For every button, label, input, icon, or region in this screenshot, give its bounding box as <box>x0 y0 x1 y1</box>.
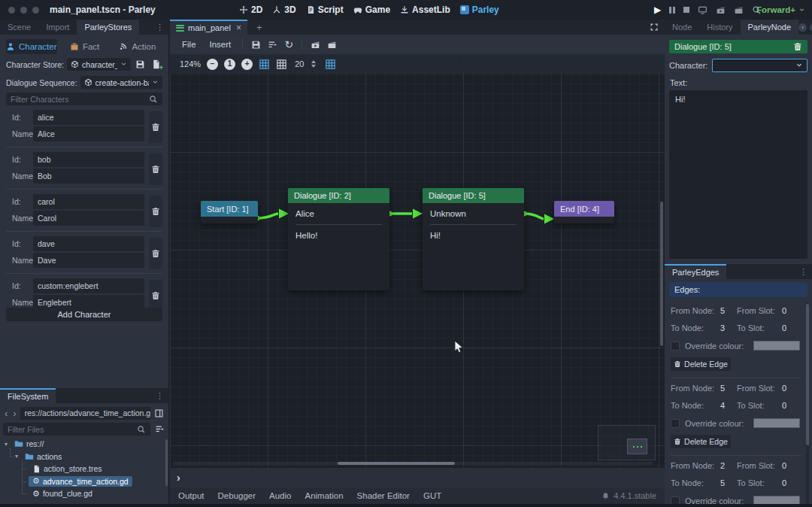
distraction-free-icon[interactable] <box>644 20 665 35</box>
tab-history[interactable]: History <box>699 20 740 35</box>
delete-character-button[interactable] <box>149 196 162 227</box>
to-slot-value[interactable]: 0 <box>782 401 801 410</box>
character-id-field[interactable] <box>33 278 144 293</box>
toggle-split-mode-icon[interactable] <box>153 407 165 420</box>
from-slot-value[interactable]: 0 <box>782 384 801 393</box>
expand-panel-icon[interactable]: › <box>177 472 180 484</box>
delete-edge-button[interactable]: Delete Edge <box>671 357 731 371</box>
dock-menu-icon[interactable]: ⋮ <box>795 264 812 279</box>
zoom-out-button[interactable]: − <box>207 59 218 70</box>
snap-distance-spinner[interactable] <box>311 60 316 68</box>
test-dialogue-icon[interactable] <box>308 37 323 52</box>
refresh-icon[interactable]: ↻ <box>281 37 296 52</box>
workspace-game[interactable]: Game <box>353 5 390 15</box>
bottom-tab-debugger[interactable]: Debugger <box>218 491 256 500</box>
store-tab-fact[interactable]: Fact <box>60 39 110 54</box>
character-id-field[interactable] <box>33 152 144 167</box>
bottom-tab-shader-editor[interactable]: Shader Editor <box>357 491 410 500</box>
snap-distance-value[interactable]: 20 <box>295 59 304 68</box>
store-tab-character[interactable]: Character <box>6 39 57 54</box>
tabs-back-icon[interactable]: ‹ <box>798 23 807 32</box>
character-id-field[interactable] <box>33 236 144 251</box>
delete-character-button[interactable] <box>149 111 162 143</box>
close-tab-icon[interactable]: × <box>236 23 241 33</box>
dock-menu-icon[interactable]: ⋮ <box>151 20 168 35</box>
to-node-value[interactable]: 4 <box>720 401 737 410</box>
bottom-tab-gut[interactable]: GUT <box>423 491 441 500</box>
filter-files-input[interactable] <box>3 423 150 436</box>
graph-node-dialogue-2[interactable]: Dialogue [ID: 2] Alice Hello! <box>288 188 389 290</box>
graph-node-end[interactable]: End [ID: 4] <box>554 201 614 223</box>
tab-parleynode[interactable]: ParleyNode <box>741 20 798 35</box>
from-slot-value[interactable]: 0 <box>782 306 801 315</box>
graph-canvas[interactable]: 124% − 1 + 20 <box>170 54 665 468</box>
chevron-down-icon[interactable]: ▾ <box>15 453 21 460</box>
store-tab-action[interactable]: Action <box>113 39 162 54</box>
from-node-value[interactable]: 5 <box>720 384 737 393</box>
dialogue-text-area[interactable]: Hi! <box>669 90 807 259</box>
current-path[interactable]: res://actions/advance_time_action.gd <box>20 407 150 420</box>
tab-import[interactable]: Import <box>38 20 77 35</box>
tree-item-res-root[interactable]: ▾ res:// <box>0 438 165 451</box>
to-slot-value[interactable]: 0 <box>782 323 801 332</box>
insert-menu[interactable]: Insert <box>204 40 238 49</box>
workspace-3d[interactable]: 3D <box>272 5 295 15</box>
snap-toggle-icon[interactable] <box>259 59 270 70</box>
workspace-script[interactable]: Script <box>306 5 344 15</box>
history-back-icon[interactable]: ‹ <box>3 408 9 418</box>
save-icon[interactable] <box>248 37 263 52</box>
delete-edge-button[interactable]: Delete Edge <box>671 435 731 448</box>
override-colour-checkbox[interactable] <box>671 342 680 351</box>
graph-node-start[interactable]: Start [ID: 1] <box>201 201 258 223</box>
delete-character-button[interactable] <box>149 238 162 269</box>
play-button[interactable]: ▶ <box>654 5 661 15</box>
colour-swatch[interactable] <box>753 341 800 351</box>
graph-minimap[interactable] <box>598 425 656 460</box>
filter-characters-input[interactable] <box>6 93 162 105</box>
character-store-dropdown[interactable]: character_st <box>67 58 131 71</box>
file-menu[interactable]: File <box>176 40 202 49</box>
character-name-field[interactable] <box>33 126 144 141</box>
tab-parleystores[interactable]: ParleyStores <box>77 20 139 35</box>
new-store-button[interactable]: + <box>150 58 162 71</box>
filesystem-scrollbar[interactable] <box>165 439 168 486</box>
bottom-tab-animation[interactable]: Animation <box>304 491 343 500</box>
workspace-assetlib[interactable]: AssetLib <box>400 5 450 15</box>
remote-debug-icon[interactable] <box>698 5 707 15</box>
chevron-down-icon[interactable]: ▾ <box>5 441 11 448</box>
character-id-field[interactable] <box>33 110 144 125</box>
delete-node-button[interactable] <box>793 42 802 51</box>
play-scene-button[interactable] <box>716 5 726 15</box>
filesystem-menu-icon[interactable]: ⋮ <box>151 388 168 403</box>
to-node-value[interactable]: 5 <box>720 478 737 487</box>
vertical-scrollbar[interactable] <box>660 202 663 346</box>
arrange-nodes-icon[interactable] <box>265 37 280 52</box>
close-window-button[interactable] <box>8 7 15 14</box>
tab-parleyedges[interactable]: ParleyEdges <box>665 264 726 279</box>
pause-button[interactable] <box>669 7 675 14</box>
add-tab-button[interactable]: + <box>247 20 271 35</box>
to-node-value[interactable]: 3 <box>720 323 737 332</box>
tab-node[interactable]: Node <box>665 20 699 35</box>
delete-character-button[interactable] <box>149 153 162 185</box>
minimap-toggle-icon[interactable] <box>325 59 336 70</box>
to-slot-value[interactable]: 0 <box>782 478 801 487</box>
minimize-window-button[interactable] <box>20 7 27 14</box>
bottom-tab-audio[interactable]: Audio <box>269 491 291 500</box>
delete-character-button[interactable] <box>149 280 162 311</box>
stop-button[interactable] <box>683 7 689 13</box>
test-dialogue-from-start-icon[interactable] <box>324 37 339 52</box>
graph-node-dialogue-5[interactable]: Dialogue [ID: 5] Unknown Hi! <box>423 188 524 290</box>
character-name-field[interactable] <box>33 253 144 268</box>
from-node-value[interactable]: 5 <box>720 306 737 315</box>
tab-filesystem[interactable]: FileSystem <box>0 388 56 403</box>
override-colour-checkbox[interactable] <box>671 419 680 428</box>
bottom-tab-output[interactable]: Output <box>178 491 205 500</box>
notifications-bell-icon[interactable] <box>601 492 610 500</box>
colour-swatch[interactable] <box>753 418 800 428</box>
workspace-parley[interactable]: Parley <box>460 5 499 15</box>
grid-toggle-icon[interactable] <box>276 59 287 70</box>
renderer-dropdown[interactable]: Forward+ <box>756 0 805 20</box>
from-slot-value[interactable]: 0 <box>782 461 801 470</box>
edges-scrollbar[interactable] <box>806 302 809 504</box>
